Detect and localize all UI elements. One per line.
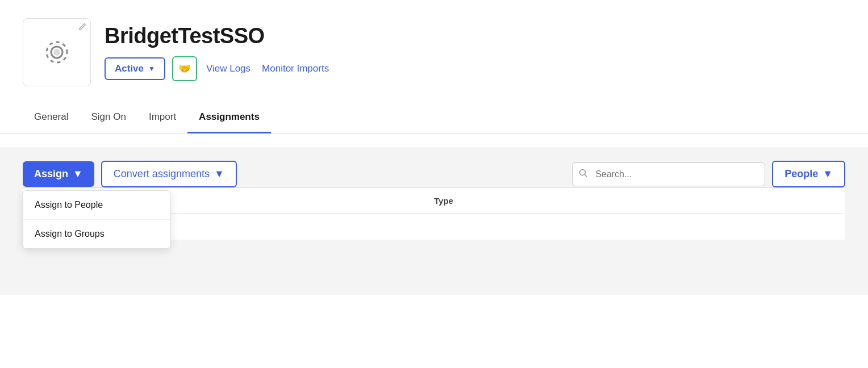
active-status-button[interactable]: Active ▼	[105, 57, 165, 80]
assign-label: Assign	[34, 168, 68, 180]
header-actions: Active ▼ 🤝 View Logs Monitor Imports	[105, 56, 331, 81]
view-logs-button[interactable]: View Logs	[204, 63, 253, 74]
svg-point-3	[53, 49, 60, 56]
tab-general[interactable]: General	[23, 102, 80, 133]
column-type: Type	[434, 196, 834, 206]
search-icon	[579, 169, 588, 180]
assign-dropdown-wrapper: Assign ▼ Assign to People Assign to Grou…	[23, 161, 94, 187]
assign-button[interactable]: Assign ▼	[23, 161, 94, 187]
app-title: BridgetTestSSO	[105, 24, 331, 48]
cell-type	[434, 222, 834, 232]
assign-to-groups-item[interactable]: Assign to Groups	[23, 220, 170, 248]
assign-chevron-icon: ▼	[73, 168, 83, 180]
tab-import[interactable]: Import	[137, 102, 187, 133]
people-label: People	[784, 168, 818, 180]
convert-chevron-icon: ▼	[214, 168, 224, 180]
handshake-emoji: 🤝	[178, 62, 191, 75]
monitor-imports-button[interactable]: Monitor Imports	[260, 63, 331, 74]
search-container	[572, 162, 765, 186]
tab-sign-on[interactable]: Sign On	[80, 102, 137, 133]
tab-navigation: General Sign On Import Assignments	[0, 102, 868, 133]
assign-to-people-item[interactable]: Assign to People	[23, 191, 170, 220]
header: BridgetTestSSO Active ▼ 🤝 View Logs Moni…	[0, 0, 868, 86]
people-filter-button[interactable]: People ▼	[772, 161, 845, 187]
header-info: BridgetTestSSO Active ▼ 🤝 View Logs Moni…	[105, 24, 331, 81]
gear-icon-main	[40, 35, 74, 69]
tab-assignments[interactable]: Assignments	[187, 102, 271, 133]
pencil-icon	[78, 22, 87, 31]
toolbar: Assign ▼ Assign to People Assign to Grou…	[23, 161, 845, 187]
search-input[interactable]	[572, 162, 765, 186]
handshake-button[interactable]: 🤝	[172, 56, 197, 81]
convert-label: Convert assignments	[114, 168, 210, 180]
app-icon-box	[23, 18, 91, 86]
assignments-content: Assign ▼ Assign to People Assign to Grou…	[0, 147, 868, 295]
active-chevron-icon: ▼	[148, 65, 155, 73]
edit-icon-button[interactable]	[78, 22, 87, 33]
active-label: Active	[115, 63, 144, 74]
people-chevron-icon: ▼	[823, 168, 833, 180]
assign-dropdown-menu: Assign to People Assign to Groups	[23, 190, 170, 249]
convert-assignments-button[interactable]: Convert assignments ▼	[101, 161, 237, 187]
